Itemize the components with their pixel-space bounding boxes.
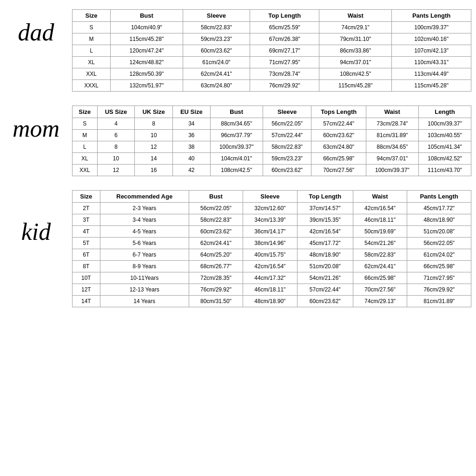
dad-table-wrap: SizeBustSleeveTop LengthWaistPants Lengt… xyxy=(72,9,476,92)
kid-label: kid xyxy=(0,190,72,245)
table-cell: 71cm/27.95" xyxy=(250,57,319,68)
dad-section: dad SizeBustSleeveTop LengthWaistPants L… xyxy=(0,9,476,92)
col-header: Top Length xyxy=(250,10,319,22)
table-cell: 12-13 Years xyxy=(100,284,189,296)
table-cell: 60cm/23.62" xyxy=(189,226,243,238)
col-header: Pants Length xyxy=(407,191,471,203)
table-cell: 39cm/15.35" xyxy=(297,214,353,226)
table-cell: 2T xyxy=(73,203,100,214)
table-cell: 70cm/27.56" xyxy=(353,284,407,296)
table-cell: 86cm/33.86" xyxy=(319,45,392,57)
table-cell: 12T xyxy=(73,284,100,296)
table-row: 12T12-13 Years76cm/29.92"46cm/18.11"57cm… xyxy=(73,284,471,296)
table-cell: 120cm/47.24" xyxy=(110,45,183,57)
col-header: Sleeve xyxy=(263,106,311,118)
col-header: EU Size xyxy=(172,106,210,118)
table-cell: 32cm/12.60" xyxy=(243,203,297,214)
table-cell: 108cm/42.5" xyxy=(210,165,263,176)
col-header: UK Size xyxy=(135,106,173,118)
col-header: Recommended Age xyxy=(100,191,189,203)
mom-table-wrap: SizeUS SizeUK SizeEU SizeBustSleeveTops … xyxy=(72,106,476,176)
table-cell: 94cm/37.01" xyxy=(366,153,418,165)
col-header: Sleeve xyxy=(243,191,297,203)
table-cell: 104cm/40.9" xyxy=(110,22,183,33)
table-cell: 10 xyxy=(135,130,173,141)
table-cell: 59cm/23.23" xyxy=(183,33,250,45)
table-cell: 60cm/23.62" xyxy=(183,45,250,57)
col-header: Size xyxy=(73,191,100,203)
col-header: US Size xyxy=(97,106,135,118)
table-cell: 8 xyxy=(135,118,173,130)
table-cell: 36cm/14.17" xyxy=(243,226,297,238)
table-cell: 76cm/29.92" xyxy=(407,284,471,296)
table-cell: 36 xyxy=(172,130,210,141)
table-cell: 4-5 Years xyxy=(100,226,189,238)
table-cell: 108cm/42.52" xyxy=(418,153,471,165)
table-cell: 4T xyxy=(73,226,100,238)
table-cell: 59cm/23.23" xyxy=(263,153,311,165)
table-cell: 69cm/27.17" xyxy=(250,45,319,57)
col-header: Waist xyxy=(366,106,418,118)
table-cell: 66cm/25.98" xyxy=(311,153,366,165)
table-cell: 124cm/48.82" xyxy=(110,57,183,68)
table-cell: 103cm/40.55" xyxy=(418,130,471,141)
table-cell: 62cm/24.41" xyxy=(353,261,407,272)
mom-label: mom xyxy=(0,106,72,142)
table-cell: 38 xyxy=(172,141,210,153)
table-cell: 105cm/41.34" xyxy=(418,141,471,153)
table-cell: 56cm/22.05" xyxy=(263,118,311,130)
table-cell: 100cm/39.37" xyxy=(210,141,263,153)
table-cell: 46cm/18.11" xyxy=(353,214,407,226)
table-cell: 8T xyxy=(73,261,100,272)
table-cell: 107cm/42.13" xyxy=(392,45,471,57)
table-cell: 111cm/43.70" xyxy=(418,165,471,176)
table-cell: 115cm/45.28" xyxy=(319,80,392,92)
table-row: S104cm/40.9"58cm/22.83"65cm/25.59"74cm/2… xyxy=(73,22,471,33)
table-cell: 6T xyxy=(73,249,100,261)
dad-label: dad xyxy=(0,9,72,46)
table-cell: XL xyxy=(73,57,111,68)
table-cell: 65cm/25.59" xyxy=(250,22,319,33)
table-row: M6103696cm/37.79"57cm/22.44"60cm/23.62"8… xyxy=(73,130,471,141)
table-cell: 3-4 Years xyxy=(100,214,189,226)
table-cell: 14 Years xyxy=(100,296,189,307)
table-cell: 34 xyxy=(172,118,210,130)
table-cell: 48cm/18.90" xyxy=(243,296,297,307)
table-cell: S xyxy=(73,118,98,130)
table-cell: 73cm/28.74" xyxy=(250,68,319,80)
table-cell: 10-11Years xyxy=(100,272,189,284)
table-cell: 3T xyxy=(73,214,100,226)
table-cell: 79cm/31.10" xyxy=(319,33,392,45)
table-cell: 58cm/22.83" xyxy=(353,249,407,261)
table-cell: 48cm/18.90" xyxy=(297,249,353,261)
table-cell: 88cm/34.65" xyxy=(366,141,418,153)
table-row: 6T6-7 Years64cm/25.20"40cm/15.75"48cm/18… xyxy=(73,249,471,261)
table-row: XXL128cm/50.39"62cm/24.41"73cm/28.74"108… xyxy=(73,68,471,80)
table-cell: 57cm/22.44" xyxy=(311,118,366,130)
table-cell: 58cm/22.83" xyxy=(189,214,243,226)
table-cell: 5-6 Years xyxy=(100,238,189,249)
table-cell: 34cm/13.39" xyxy=(243,214,297,226)
table-row: S483488cm/34.65"56cm/22.05"57cm/22.44"73… xyxy=(73,118,471,130)
table-cell: 45cm/17.72" xyxy=(297,238,353,249)
table-cell: 56cm/22.05" xyxy=(189,203,243,214)
table-row: 2T2-3 Years56cm/22.05"32cm/12.60"37cm/14… xyxy=(73,203,471,214)
table-row: 5T5-6 Years62cm/24.41"38cm/14.96"45cm/17… xyxy=(73,238,471,249)
table-cell: 40 xyxy=(172,153,210,165)
table-cell: 113cm/44.49" xyxy=(392,68,471,80)
table-cell: 57cm/22.44" xyxy=(297,284,353,296)
table-cell: 42cm/16.54" xyxy=(243,261,297,272)
table-cell: 61cm/24.0" xyxy=(183,57,250,68)
table-row: M115cm/45.28"59cm/23.23"67cm/26.38"79cm/… xyxy=(73,33,471,45)
table-cell: 74cm/29.1" xyxy=(319,22,392,33)
table-cell: 5T xyxy=(73,238,100,249)
mom-table: SizeUS SizeUK SizeEU SizeBustSleeveTops … xyxy=(72,106,471,176)
kid-table: SizeRecommended AgeBustSleeveTop LengthW… xyxy=(72,190,471,307)
table-row: XXXL132cm/51.97"63cm/24.80"76cm/29.92"11… xyxy=(73,80,471,92)
table-row: XXL121642108cm/42.5"60cm/23.62"70cm/27.5… xyxy=(73,165,471,176)
table-cell: 6-7 Years xyxy=(100,249,189,261)
col-header: Bust xyxy=(110,10,183,22)
table-cell: 2-3 Years xyxy=(100,203,189,214)
table-cell: XXXL xyxy=(73,80,111,92)
table-cell: 102cm/40.16" xyxy=(392,33,471,45)
